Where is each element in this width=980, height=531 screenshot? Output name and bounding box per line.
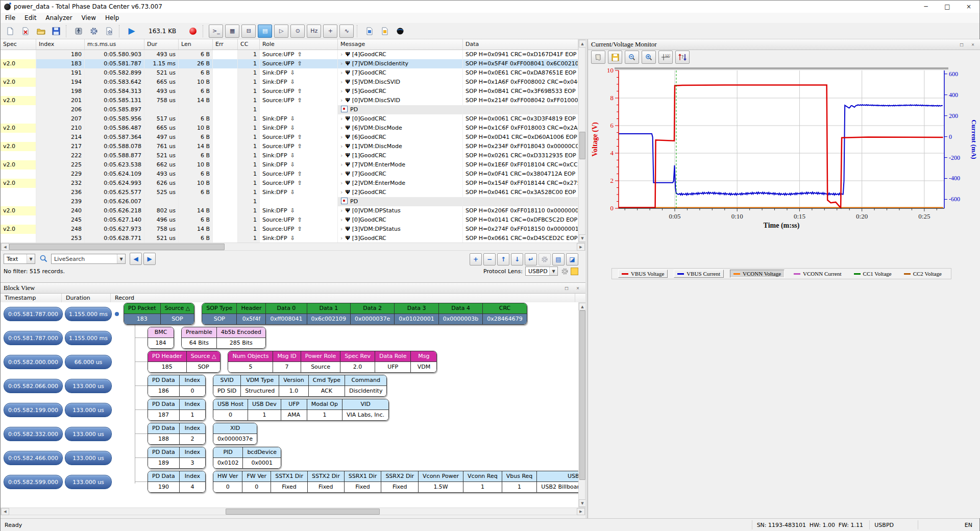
menu-view[interactable]: View — [77, 13, 101, 22]
expand-chevron-icon[interactable]: › — [340, 51, 342, 58]
scroll-up-button[interactable]: ▲ — [579, 40, 586, 47]
collapse-all-button[interactable]: − — [483, 253, 496, 266]
table-row[interactable]: v2.02100:05.586.487665 us10 B1Sink:DFP⇩›… — [1, 124, 578, 133]
expand-chevron-icon[interactable]: › — [340, 88, 342, 94]
record-button[interactable] — [186, 25, 200, 38]
block-row[interactable]: 0:05.582.466.000133.000 usPD Data189Inde… — [1, 446, 578, 469]
table-row[interactable]: v2.02250:05.623.538662 us10 B1Sink:DFP⇩›… — [1, 160, 578, 170]
block-row[interactable]: 0:05.582.000.00066.000 usPD Header185Sou… — [1, 350, 578, 373]
legend-item-vconn-current[interactable]: VCONN Current — [791, 270, 844, 277]
filter-settings-button[interactable] — [538, 253, 551, 266]
column-header-data[interactable]: Data — [463, 39, 578, 50]
timestamp-pill[interactable]: 0:05.581.787.000 — [4, 307, 63, 321]
scroll-down-button[interactable]: ▼ — [579, 234, 586, 242]
duration-pill[interactable]: 133.000 us — [65, 475, 112, 489]
record-block-group[interactable]: Num Objects5Msg ID7Power RoleSourceSpec … — [228, 351, 437, 373]
table-row[interactable]: 2290:05.624.109493 us6 B1Source:UFP⇧›Ψ[7… — [1, 170, 578, 179]
block-row[interactable]: 0:05.582.599.000133.000 usPD Data190Inde… — [1, 470, 578, 493]
timestamp-pill[interactable]: 0:05.582.466.000 — [4, 451, 63, 465]
expand-chevron-icon[interactable]: › — [340, 235, 342, 242]
record-block-group[interactable]: SOP TypeSOPHeader0x5f4fData 00xff008041D… — [202, 303, 527, 325]
vscroll-thumb[interactable] — [579, 132, 585, 159]
duration-pill[interactable]: 133.000 us — [65, 451, 112, 465]
timestamp-pill[interactable]: 0:05.582.332.000 — [4, 427, 63, 441]
expand-chevron-icon[interactable]: › — [340, 189, 342, 196]
waveform-view-button[interactable]: ∿ — [339, 25, 354, 38]
table-row[interactable]: 2450:05.627.140496 us6 B1Source:UFP⇧›Ψ[0… — [1, 215, 578, 225]
column-header-index[interactable]: Index — [36, 39, 85, 50]
record-block-group[interactable]: PD Packet183Source △SOP — [124, 303, 194, 325]
export-view-button[interactable]: ▤ — [552, 253, 565, 266]
duration-pill[interactable]: 1.155.000 ms — [65, 307, 112, 321]
table-row[interactable]: v2.02010:05.585.131758 us14 B1Source:UFP… — [1, 96, 578, 105]
table-row[interactable]: 2140:05.587.364497 us6 B1Source:UFP⇧›Ψ[6… — [1, 133, 578, 142]
new-file-button[interactable] — [4, 25, 17, 38]
analyzer-settings-button[interactable] — [87, 25, 101, 38]
record-block-group[interactable]: PD Data187Index1 — [148, 399, 206, 421]
index-view-button[interactable]: ▦ — [225, 25, 239, 38]
table-hscrollbar[interactable]: ◀ ▶ — [1, 243, 585, 251]
export-file-button[interactable] — [378, 25, 391, 38]
start-capture-button[interactable]: ▶ — [125, 25, 138, 38]
block-row[interactable]: 0:05.582.332.000133.000 usPD Data188Inde… — [1, 422, 578, 445]
inspector-view-button[interactable]: ⊙ — [290, 25, 305, 38]
menu-analyzer[interactable]: Analyzer — [41, 13, 77, 22]
zoom-in-button[interactable] — [642, 51, 656, 64]
lens-settings-gear-icon[interactable] — [561, 268, 569, 275]
table-row[interactable]: 2070:05.585.956517 us6 B1Sink:DFP⇩›Ψ[0]G… — [1, 114, 578, 124]
table-row[interactable]: 1910:05.582.899521 us6 B1Sink:DFP⇩›Ψ[7]G… — [1, 68, 578, 78]
duration-pill[interactable]: 1.155.000 ms — [65, 331, 112, 345]
legend-item-vbus-current[interactable]: VBUS Current — [674, 270, 724, 278]
tree-view-button[interactable]: ⊟ — [241, 25, 256, 38]
scroll-up-button[interactable]: ▲ — [579, 303, 586, 310]
timestamp-pill[interactable]: 0:05.582.199.000 — [4, 403, 63, 417]
column-header-spec[interactable]: Spec — [1, 39, 36, 50]
record-block-group[interactable]: PD Data188Index2 — [148, 423, 206, 445]
table-row[interactable]: 2060:05.585.8971PD — [1, 105, 578, 114]
float-panel-button[interactable]: □ — [957, 40, 966, 49]
list-view-button[interactable]: ▤ — [258, 25, 272, 38]
legend-item-vbus-voltage[interactable]: VBUS Voltage — [618, 270, 668, 278]
column-header-err[interactable]: Err — [213, 39, 238, 50]
column-header-cc[interactable]: CC — [238, 39, 260, 50]
blockview-vscrollbar[interactable]: ▲ ▼ — [578, 302, 585, 508]
open-file-button[interactable] — [34, 25, 47, 38]
save-chart-button[interactable] — [608, 51, 622, 64]
table-row[interactable]: v2.01830:05.581.7871.15 ms26 B1Source:UF… — [1, 59, 578, 68]
expand-chevron-icon[interactable]: › — [340, 216, 342, 223]
layout-view-button[interactable]: + — [323, 25, 337, 38]
table-row[interactable]: v2.02320:05.624.993626 us10 B1Source:UFP… — [1, 179, 578, 188]
timestamp-pill[interactable]: 0:05.582.066.000 — [4, 379, 63, 393]
comment-icon[interactable] — [571, 268, 578, 275]
search-prev-button[interactable]: ◀ — [130, 253, 142, 265]
record-block-group[interactable]: PD Data190Index4 — [148, 471, 206, 493]
goto-selected-button[interactable]: ↵ — [525, 253, 537, 266]
player-view-button[interactable]: ▷ — [274, 25, 288, 38]
scroll-right-button[interactable]: ▶ — [577, 508, 585, 515]
search-next-button[interactable]: ▶ — [143, 253, 156, 265]
record-block-group[interactable]: BMC184 — [148, 327, 174, 349]
record-block-group[interactable]: PD Data186Index0 — [148, 375, 206, 397]
column-header-m-s-ms-us[interactable]: m:s.ms.us — [85, 39, 144, 50]
vscroll-thumb[interactable] — [579, 310, 585, 480]
totalphase-home-button[interactable] — [394, 25, 407, 38]
expand-chevron-icon[interactable]: › — [340, 171, 342, 177]
scroll-left-button[interactable]: ◀ — [1, 243, 9, 251]
save-file-button[interactable] — [50, 25, 63, 38]
column-header-len[interactable]: Len — [179, 39, 213, 50]
table-row[interactable]: 1800:05.580.903493 us6 B1Source:UFP⇧›Ψ[4… — [1, 50, 578, 59]
duration-pill[interactable]: 66.000 us — [65, 355, 112, 369]
expand-chevron-icon[interactable]: › — [340, 226, 342, 232]
duration-pill[interactable]: 133.000 us — [65, 403, 112, 417]
record-block-group[interactable]: XID0x0000037e — [213, 423, 257, 445]
record-block-group[interactable]: PID0x0102bcdDevice0x0001 — [213, 447, 281, 469]
expand-chevron-icon[interactable]: › — [340, 180, 342, 186]
record-block-group[interactable]: PD Header185Source △SOP — [148, 351, 220, 373]
axis-values-button[interactable]: 123 — [658, 51, 673, 64]
timestamp-pill[interactable]: 0:05.581.787.000 — [4, 331, 63, 345]
menu-file[interactable]: File — [1, 13, 20, 22]
table-row[interactable]: 1980:05.584.313493 us6 B1Source:UFP⇧›Ψ[5… — [1, 87, 578, 96]
menu-edit[interactable]: Edit — [20, 13, 41, 22]
goto-first-button[interactable]: ↑ — [497, 253, 509, 266]
scroll-chart-button[interactable] — [591, 51, 605, 64]
